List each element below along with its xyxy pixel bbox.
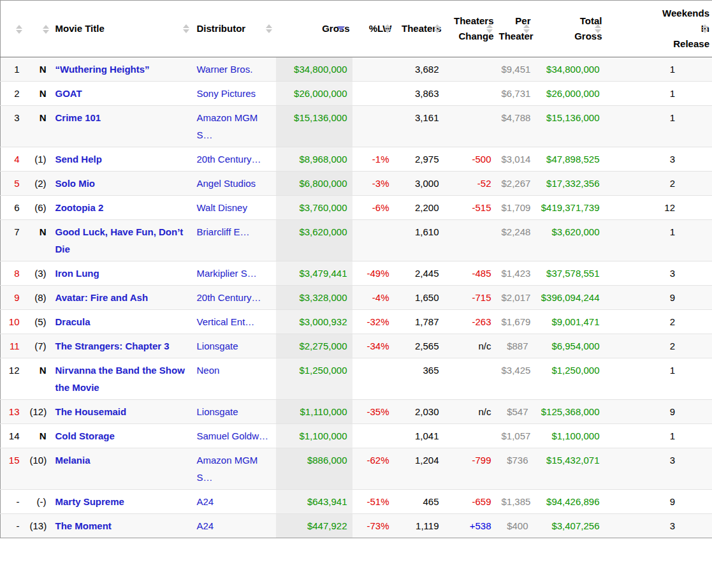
pct-lw-cell <box>352 358 395 400</box>
table-row: 11(7)The Strangers: Chapter 3Lionsgate$2… <box>1 334 712 358</box>
theaters-change-cell: -52 <box>444 172 497 196</box>
gross-cell: $3,620,000 <box>276 220 352 261</box>
theaters-change-cell <box>444 358 497 400</box>
table-row: -(13)The MomentA24$447,922-73%1,119+538$… <box>1 514 712 538</box>
movie-title-link[interactable]: Crime 101 <box>55 112 101 123</box>
gross-cell: $26,000,000 <box>276 82 352 106</box>
distributor-link[interactable]: Amazon MGM S… <box>197 112 258 140</box>
pct-lw-cell <box>352 220 395 261</box>
weekends-cell: 1 <box>605 82 712 106</box>
gross-cell: $886,000 <box>276 448 352 490</box>
theaters-cell: 1,119 <box>395 514 444 538</box>
distributor-link[interactable]: Briarcliff E… <box>197 226 250 237</box>
distributor-link[interactable]: Sony Pictures <box>197 88 256 99</box>
header-total-gross[interactable]: Total Gross <box>534 1 605 57</box>
theaters-cell: 365 <box>395 358 444 400</box>
sort-both-icon <box>43 25 49 34</box>
movie-title-link[interactable]: The Strangers: Chapter 3 <box>55 341 170 351</box>
weekends-cell: 9 <box>605 490 712 514</box>
per-theater-cell: $9,451 <box>497 57 534 82</box>
gross-cell: $8,968,000 <box>276 147 352 172</box>
weekends-cell: 1 <box>605 106 712 147</box>
weekends-cell: 1 <box>605 57 712 82</box>
gross-cell: $3,000,932 <box>276 310 352 334</box>
weekends-cell: 3 <box>605 147 712 172</box>
distributor-link[interactable]: Vertical Ent… <box>197 316 255 327</box>
header-rank[interactable] <box>1 1 25 57</box>
movie-title-link[interactable]: “Wuthering Heights” <box>55 64 150 75</box>
per-theater-cell: $736 <box>497 448 534 490</box>
header-movie-title[interactable]: Movie Title <box>52 1 193 57</box>
total-gross-cell: $396,094,244 <box>534 286 605 310</box>
movie-title-link[interactable]: Marty Supreme <box>55 496 124 507</box>
last-week-rank-cell: N <box>25 57 52 82</box>
distributor-link[interactable]: Samuel Goldw… <box>197 430 269 441</box>
distributor-link[interactable]: Warner Bros. <box>197 64 253 75</box>
total-gross-cell: $15,432,071 <box>534 448 605 490</box>
header-label: Movie Title <box>55 23 105 34</box>
header-distributor[interactable]: Distributor <box>193 1 276 57</box>
pct-lw-cell: -35% <box>352 400 395 424</box>
sort-both-icon <box>702 24 708 33</box>
distributor-link[interactable]: Lionsgate <box>197 341 238 351</box>
movie-title-link[interactable]: Nirvanna the Band the Show the Movie <box>55 365 185 393</box>
table-row: 4(1)Send Help20th Century…$8,968,000-1%2… <box>1 147 712 172</box>
header-pct-lw[interactable]: %LW <box>352 1 395 57</box>
total-gross-cell: $6,954,000 <box>534 334 605 358</box>
rank-cell: 6 <box>1 196 25 220</box>
rank-cell: 7 <box>1 220 25 261</box>
last-week-rank-cell: (-) <box>25 490 52 514</box>
movie-title-link[interactable]: Good Luck, Have Fun, Don’t Die <box>55 226 184 254</box>
distributor-link[interactable]: 20th Century… <box>197 154 261 165</box>
theaters-change-cell <box>444 424 497 448</box>
movie-title-link[interactable]: Iron Lung <box>55 268 99 279</box>
movie-title-link[interactable]: Send Help <box>55 154 102 165</box>
distributor-link[interactable]: Neon <box>197 365 220 376</box>
movie-title-link[interactable]: The Moment <box>55 520 112 531</box>
weekends-cell: 1 <box>605 220 712 261</box>
table-row: 5(2)Solo MioAngel Studios$6,800,000-3%3,… <box>1 172 712 196</box>
per-theater-cell: $4,788 <box>497 106 534 147</box>
table-row: 15(10)MelaniaAmazon MGM S…$886,000-62%1,… <box>1 448 712 490</box>
theaters-cell: 1,610 <box>395 220 444 261</box>
theaters-change-cell: -263 <box>444 310 497 334</box>
gross-cell: $34,800,000 <box>276 57 352 82</box>
movie-title-link[interactable]: Cold Storage <box>55 430 115 441</box>
distributor-link[interactable]: Walt Disney <box>197 202 247 213</box>
header-gross[interactable]: Gross <box>276 1 352 57</box>
table-body: 1N“Wuthering Heights”Warner Bros.$34,800… <box>1 57 712 538</box>
weekends-cell: 9 <box>605 400 712 424</box>
last-week-rank-cell: (13) <box>25 514 52 538</box>
header-per-theater[interactable]: Per Theater <box>497 1 534 57</box>
per-theater-cell: $887 <box>497 334 534 358</box>
last-week-rank-cell: (1) <box>25 147 52 172</box>
table-row: 2NGOATSony Pictures$26,000,0003,863$6,73… <box>1 82 712 106</box>
movie-title-link[interactable]: Dracula <box>55 316 91 327</box>
last-week-rank-cell: (5) <box>25 310 52 334</box>
distributor-link[interactable]: Markiplier S… <box>197 268 257 279</box>
movie-title-link[interactable]: The Housemaid <box>55 406 127 417</box>
theaters-cell: 465 <box>395 490 444 514</box>
header-theaters-change[interactable]: Theaters Change <box>444 1 497 57</box>
movie-title-link[interactable]: Avatar: Fire and Ash <box>55 292 149 303</box>
theaters-cell: 1,650 <box>395 286 444 310</box>
header-theaters[interactable]: Theaters <box>395 1 444 57</box>
movie-title-link[interactable]: GOAT <box>55 88 82 99</box>
movie-title-link[interactable]: Melania <box>55 455 91 466</box>
weekends-cell: 2 <box>605 172 712 196</box>
header-weekends-in-release[interactable]: Weekends In Release <box>605 1 712 57</box>
header-last-week-rank[interactable] <box>25 1 52 57</box>
distributor-link[interactable]: Lionsgate <box>197 406 238 417</box>
sort-both-icon <box>384 24 391 33</box>
sort-both-icon <box>486 24 493 33</box>
distributor-link[interactable]: 20th Century… <box>197 292 261 303</box>
pct-lw-cell: -3% <box>352 172 395 196</box>
distributor-link[interactable]: Angel Studios <box>197 178 256 189</box>
movie-title-link[interactable]: Solo Mio <box>55 178 96 189</box>
rank-cell: 9 <box>1 286 25 310</box>
movie-title-link[interactable]: Zootopia 2 <box>55 202 104 213</box>
pct-lw-cell: -49% <box>352 261 395 286</box>
distributor-link[interactable]: A24 <box>197 520 214 531</box>
distributor-link[interactable]: Amazon MGM S… <box>197 455 258 483</box>
distributor-link[interactable]: A24 <box>197 496 214 507</box>
